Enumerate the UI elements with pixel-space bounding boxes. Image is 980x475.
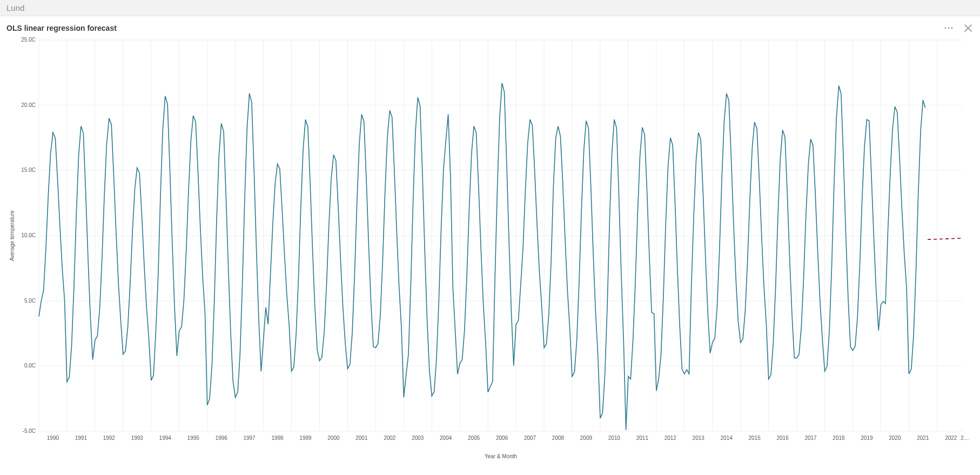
svg-text:2007: 2007 — [524, 435, 536, 441]
svg-text:15.0C: 15.0C — [21, 167, 36, 173]
svg-text:2014: 2014 — [721, 435, 733, 441]
svg-text:2000: 2000 — [327, 435, 340, 441]
svg-text:2013: 2013 — [693, 435, 705, 441]
svg-text:1994: 1994 — [159, 435, 172, 441]
page-header: Lund — [0, 0, 980, 16]
svg-text:1999: 1999 — [299, 435, 312, 441]
close-icon[interactable] — [963, 23, 974, 34]
svg-text:5.0C: 5.0C — [24, 298, 36, 304]
svg-text:2022: 2022 — [945, 435, 957, 441]
svg-text:2021: 2021 — [917, 435, 929, 441]
svg-text:2006: 2006 — [496, 435, 508, 441]
svg-point-0 — [945, 28, 947, 29]
card-header: OLS linear regression forecast — [6, 21, 974, 36]
svg-text:25.0C: 25.0C — [21, 37, 36, 43]
svg-text:10.0C: 10.0C — [21, 232, 36, 238]
svg-text:2016: 2016 — [776, 435, 789, 441]
svg-text:1991: 1991 — [75, 435, 88, 441]
card-actions — [943, 23, 974, 34]
chart-card: OLS linear regression forecast 25.0C20.0… — [0, 16, 980, 475]
svg-text:1992: 1992 — [103, 435, 116, 441]
series-historical — [39, 83, 925, 430]
svg-text:1990: 1990 — [47, 435, 59, 441]
svg-text:2011: 2011 — [636, 435, 649, 441]
svg-text:1995: 1995 — [187, 435, 200, 441]
x-axis-label: Year & Month — [485, 453, 517, 459]
svg-text:-5.0C: -5.0C — [23, 428, 36, 434]
svg-text:1996: 1996 — [215, 435, 227, 441]
svg-point-2 — [951, 28, 953, 29]
svg-text:2002: 2002 — [384, 435, 396, 441]
svg-text:2018: 2018 — [833, 435, 845, 441]
svg-text:2003: 2003 — [412, 435, 424, 441]
svg-text:2012: 2012 — [664, 435, 677, 441]
svg-text:2010: 2010 — [608, 435, 621, 441]
svg-text:0.0C: 0.0C — [24, 363, 36, 369]
more-icon[interactable] — [943, 23, 954, 34]
svg-text:2001: 2001 — [355, 435, 368, 441]
svg-text:2004: 2004 — [440, 435, 452, 441]
svg-text:2020: 2020 — [889, 435, 901, 441]
line-chart: 25.0C20.0C15.0C10.0C5.0C0.0C-5.0C1990199… — [6, 36, 974, 463]
chart-area: 25.0C20.0C15.0C10.0C5.0C0.0C-5.0C1990199… — [6, 36, 974, 473]
y-axis-label: Average temperature — [9, 210, 15, 261]
svg-point-1 — [948, 28, 950, 29]
svg-text:1997: 1997 — [243, 435, 256, 441]
svg-text:20.0C: 20.0C — [21, 102, 36, 108]
svg-text:2019: 2019 — [861, 435, 873, 441]
svg-text:2017: 2017 — [804, 435, 817, 441]
svg-text:2008: 2008 — [552, 435, 565, 441]
chart-title: OLS linear regression forecast — [6, 24, 117, 32]
page-title: Lund — [6, 3, 24, 12]
series-forecast — [928, 238, 963, 239]
svg-text:1993: 1993 — [131, 435, 144, 441]
svg-text:2015: 2015 — [749, 435, 761, 441]
svg-text:2005: 2005 — [468, 435, 480, 441]
svg-text:2…: 2… — [961, 435, 969, 441]
svg-text:1998: 1998 — [271, 435, 284, 441]
svg-text:2009: 2009 — [580, 435, 593, 441]
